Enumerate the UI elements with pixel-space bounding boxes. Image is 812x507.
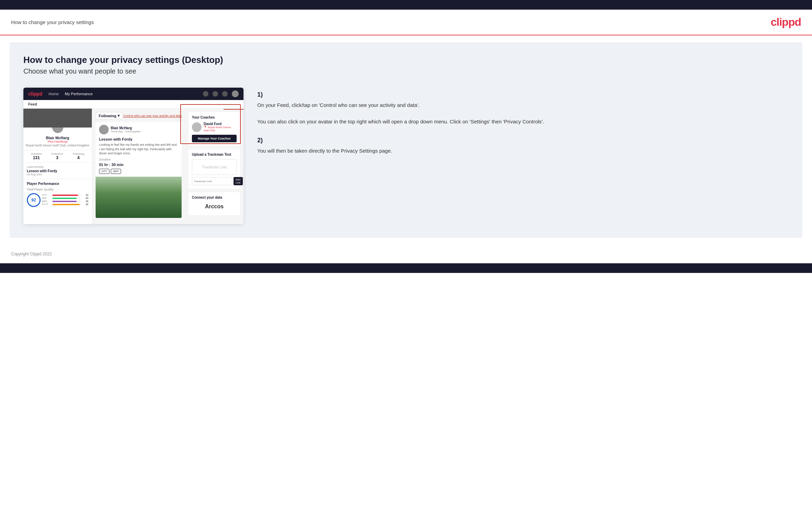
footer: Copyright Clippd 2022 xyxy=(0,245,812,263)
bar-arg-label: ARG xyxy=(42,200,51,202)
chevron-down-icon: ▾ xyxy=(118,113,120,118)
instruction-1-num: 1) xyxy=(257,91,789,98)
coach-club: 📍 Royal North Devon Golf Club xyxy=(204,126,237,132)
connect-title: Connect your data xyxy=(192,196,237,199)
instruction-2-num: 2) xyxy=(257,137,789,144)
stat-following-value: 4 xyxy=(73,155,84,160)
bar-app-val: 85 xyxy=(82,197,88,199)
top-bar xyxy=(0,0,812,10)
golf-scene xyxy=(96,177,182,218)
app-right-panel: Your Coaches David Ford 📍 Royal North De… xyxy=(185,109,243,224)
post-tags: OTT APP xyxy=(99,169,178,174)
header-title: How to change your privacy settings xyxy=(11,19,94,25)
stat-followers-label: Followers xyxy=(51,152,63,155)
page-heading: How to change your privacy settings (Des… xyxy=(23,55,789,65)
app-logo: clippd xyxy=(28,91,42,97)
instruction-1-text: On your Feed, click/tap on 'Control who … xyxy=(257,101,789,126)
bar-ott-track xyxy=(52,195,81,196)
instruction-2: 2) You will then be taken directly to th… xyxy=(257,137,789,155)
header: How to change your privacy settings clip… xyxy=(0,10,812,35)
stat-activities-value: 131 xyxy=(31,155,42,160)
app-sidebar: Blair McHarg Plus Handicap Royal North D… xyxy=(23,109,92,224)
coach-item: David Ford 📍 Royal North Devon Golf Club xyxy=(192,122,237,132)
bar-app-fill xyxy=(52,198,77,199)
user-icon[interactable] xyxy=(213,91,218,97)
connect-card: Connect your data Arccos xyxy=(188,192,240,215)
instructions-column: 1) On your Feed, click/tap on 'Control w… xyxy=(257,88,789,166)
profile-name: Blair McHarg xyxy=(23,136,92,140)
stat-followers: Followers 3 xyxy=(51,152,63,160)
instruction-1: 1) On your Feed, click/tap on 'Control w… xyxy=(257,91,789,126)
bar-ott-val: 90 xyxy=(82,194,88,196)
content-columns: clippd Home My Performance Feed xyxy=(23,88,789,224)
feed-tab-label[interactable]: Feed xyxy=(28,102,37,106)
player-performance: Player Performance Total Player Quality … xyxy=(23,179,92,211)
add-link-button[interactable]: Add Link xyxy=(234,177,243,185)
location-icon: 📍 xyxy=(204,126,207,129)
bar-putt-fill xyxy=(52,204,80,205)
clippd-logo: clippd xyxy=(771,16,801,29)
trackman-input[interactable] xyxy=(192,177,232,185)
post-title: Lesson with Fordy xyxy=(99,137,178,141)
post-duration-value: 01 hr : 30 min xyxy=(99,163,178,167)
arrow-annotation xyxy=(224,109,243,110)
copyright: Copyright Clippd 2022 xyxy=(11,252,52,256)
instruction-2-text: You will then be taken directly to the P… xyxy=(257,147,789,155)
coach-info: David Ford 📍 Royal North Devon Golf Club xyxy=(204,122,237,132)
profile-club: Royal North Devon Golf Club, United King… xyxy=(23,144,92,147)
following-bar: Following ▾ Control who can see your act… xyxy=(96,112,182,119)
post-tag-ott: OTT xyxy=(99,169,109,174)
bar-app-track xyxy=(52,198,81,199)
stat-following-label: Following xyxy=(73,152,84,155)
latest-activity: Latest Activity Lesson with Fordy 03 Aug… xyxy=(23,163,92,179)
post-header: Blair McHarg Yesterday · Sunningdale xyxy=(96,122,182,137)
trackman-card: Upload a Trackman Test Trackman Link Add… xyxy=(188,149,240,189)
latest-date: 03 Aug 2022 xyxy=(27,173,88,176)
bar-arg-track xyxy=(52,201,81,202)
post-avatar xyxy=(99,125,109,134)
post-image xyxy=(96,177,182,218)
perf-score: 92 xyxy=(27,193,41,207)
bar-arg-val: 86 xyxy=(82,200,88,202)
trackman-placeholder: Trackman Link xyxy=(192,159,237,175)
bottom-bar xyxy=(0,263,812,273)
bar-putt-label: PUTT xyxy=(42,203,51,206)
annotation-line xyxy=(224,109,243,110)
stat-following: Following 4 xyxy=(73,152,84,160)
coach-avatar xyxy=(192,122,202,132)
post-text: Looking to feel like my hands are exitin… xyxy=(99,143,178,156)
post-date: Yesterday · Sunningdale xyxy=(111,130,178,133)
following-button[interactable]: Following ▾ xyxy=(96,112,123,119)
main-content: How to change your privacy settings (Des… xyxy=(10,42,802,238)
bar-arg: ARG 86 xyxy=(42,200,88,202)
app-main-feed: Following ▾ Control who can see your act… xyxy=(92,109,185,224)
post-tag-app: APP xyxy=(111,169,121,174)
stat-activities: Activities 131 xyxy=(31,152,42,160)
nav-home[interactable]: Home xyxy=(48,92,58,96)
control-privacy-link[interactable]: Control who can see your activity and da… xyxy=(123,114,182,118)
page-subheading: Choose what you want people to see xyxy=(23,67,789,75)
perf-title: Player Performance xyxy=(27,182,88,186)
app-body: Blair McHarg Plus Handicap Royal North D… xyxy=(23,109,243,224)
perf-quality-label: Total Player Quality xyxy=(27,188,88,191)
bar-ott-label: OTT xyxy=(42,194,51,196)
following-label: Following xyxy=(99,114,116,118)
bar-putt: PUTT 96 xyxy=(42,203,88,206)
trackman-title: Upload a Trackman Test xyxy=(192,153,237,156)
app-screenshot: clippd Home My Performance Feed xyxy=(23,88,243,224)
app-nav: clippd Home My Performance xyxy=(23,88,243,100)
perf-bars: OTT 90 APP 85 ARG xyxy=(42,194,88,206)
globe-icon[interactable] xyxy=(222,91,228,97)
post-body: Lesson with Fordy Looking to feel like m… xyxy=(96,137,182,177)
coaches-card: Your Coaches David Ford 📍 Royal North De… xyxy=(188,112,240,146)
post-card: Blair McHarg Yesterday · Sunningdale Les… xyxy=(96,122,182,218)
manage-coaches-button[interactable]: Manage Your Coaches xyxy=(192,135,237,142)
arccos-label: Arccos xyxy=(192,201,237,212)
stat-activities-label: Activities xyxy=(31,152,42,155)
bar-ott: OTT 90 xyxy=(42,194,88,196)
avatar-icon[interactable] xyxy=(232,90,239,97)
stat-followers-value: 3 xyxy=(51,155,63,160)
search-icon[interactable] xyxy=(203,91,208,97)
bar-app-label: APP xyxy=(42,197,51,199)
nav-my-performance[interactable]: My Performance xyxy=(65,92,93,96)
